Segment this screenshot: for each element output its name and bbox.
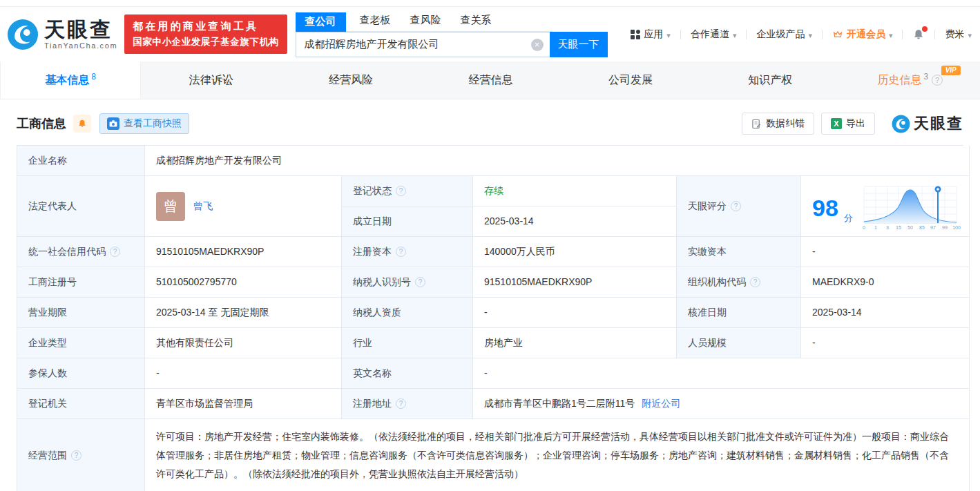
- field-value-establish-date: 2025-03-14: [473, 206, 677, 237]
- field-value-business-term: 2025-03-14 至 无固定期限: [145, 298, 342, 328]
- export-button[interactable]: 导出: [821, 113, 875, 135]
- logo-domain: TianYanCha.com: [44, 41, 117, 50]
- help-icon[interactable]: [731, 201, 741, 211]
- tab-basic-info[interactable]: 基本信息 8: [0, 61, 141, 99]
- search-button[interactable]: 天眼一下: [550, 32, 608, 57]
- search-input[interactable]: [296, 32, 550, 57]
- nav-apps-label: 应用: [644, 28, 663, 41]
- chevron-down-icon: [968, 29, 972, 40]
- clear-search-icon[interactable]: [531, 39, 544, 51]
- tab-intellectual-property[interactable]: 知识产权: [700, 61, 840, 99]
- tab-company-development[interactable]: 公司发展: [561, 61, 700, 99]
- site-header: 天眼查 TianYanCha.com 都在用的商业查询工具 国家中小企业发展子基…: [0, 7, 980, 61]
- nav-open-vip[interactable]: 开通会员: [832, 28, 893, 41]
- tab-legal-label: 法律诉讼: [189, 73, 233, 88]
- business-info-table: 企业名称 成都招辉房地产开发有限公司 法定代表人 曾 曾飞 登记状态 存续 天眼…: [17, 145, 963, 491]
- tianyancha-logo[interactable]: 天眼查 TianYanCha.com: [7, 19, 117, 50]
- tab-legal-proceedings[interactable]: 法律诉讼: [141, 61, 280, 99]
- help-icon[interactable]: [396, 398, 406, 409]
- top-divider: [0, 0, 980, 7]
- chevron-down-icon: [666, 29, 671, 40]
- slogan-line1: 都在用的商业查询工具: [133, 20, 278, 33]
- search-tab-relation[interactable]: 查关系: [461, 11, 492, 31]
- nav-apps[interactable]: 应用: [631, 28, 671, 41]
- tab-history-count: 3: [923, 72, 928, 81]
- vip-badge: VIP: [941, 66, 961, 75]
- slogan-line2: 国家中小企业发展子基金旗下机构: [133, 36, 278, 48]
- field-value-reg-status: 存续: [473, 176, 677, 206]
- section-actions: 数据纠错 导出 天眼查: [742, 113, 963, 135]
- search-tab-company[interactable]: 查公司: [296, 12, 346, 32]
- data-correction-button[interactable]: 数据纠错: [742, 113, 814, 135]
- slogan-banner: 都在用的商业查询工具 国家中小企业发展子基金旗下机构: [124, 15, 287, 54]
- chevron-down-icon: [808, 29, 812, 40]
- field-label-taxpayer-quality: 纳税人资质: [342, 298, 473, 328]
- help-icon[interactable]: [750, 277, 760, 287]
- nav-divider: [902, 30, 903, 39]
- section-title: 工商信息: [17, 115, 66, 132]
- field-label-uscc: 统一社会信用代码: [17, 237, 145, 267]
- svg-text:100: 100: [952, 225, 961, 230]
- correction-icon: [751, 119, 762, 129]
- field-value-company-type: 其他有限责任公司: [145, 328, 342, 358]
- export-button-label: 导出: [846, 117, 865, 130]
- correction-button-label: 数据纠错: [766, 117, 805, 130]
- field-label-score: 天眼评分: [677, 176, 801, 237]
- help-icon[interactable]: [932, 75, 943, 86]
- help-icon[interactable]: [396, 247, 406, 257]
- field-value-reg-authority: 青羊区市场监督管理局: [145, 389, 342, 419]
- score-distribution-chart: 0 1 3 15 50 85 97 99 100: [858, 184, 962, 231]
- field-label-legal-rep: 法定代表人: [17, 176, 145, 237]
- help-icon[interactable]: [110, 247, 120, 257]
- notifications-bell-icon[interactable]: [912, 28, 925, 41]
- notification-badge: [922, 26, 928, 32]
- nav-partner-channel[interactable]: 合作通道: [691, 28, 737, 41]
- svg-text:0: 0: [863, 225, 865, 230]
- tab-operating-info[interactable]: 经营信息: [421, 61, 560, 99]
- field-label-english-name: 英文名称: [342, 358, 473, 389]
- field-value-industry: 房地产业: [473, 328, 677, 358]
- watermark-logo-icon: [892, 115, 910, 133]
- field-label-paid-capital: 实缴资本: [677, 237, 801, 267]
- tab-basic-info-label: 基本信息: [45, 73, 89, 88]
- nav-enterprise-products[interactable]: 企业级产品: [756, 28, 812, 41]
- nearby-companies-link[interactable]: 附近公司: [642, 396, 680, 411]
- field-value-company-name: 成都招辉房地产开发有限公司: [145, 146, 970, 176]
- field-value-paid-capital: -: [801, 237, 970, 267]
- svg-text:85: 85: [919, 225, 925, 230]
- subscribe-bell-icon[interactable]: [73, 115, 91, 133]
- crown-icon: [832, 29, 843, 40]
- tab-history-info[interactable]: VIP 历史信息 3: [840, 61, 980, 99]
- score-value: 98: [812, 196, 838, 220]
- snapshot-button[interactable]: 查看工商快照: [99, 113, 189, 134]
- field-value-score: 98 分 0 1 3 15 50 85 97 99 1: [801, 176, 970, 237]
- field-value-org-code: MAEDKRX9-0: [801, 267, 970, 298]
- legal-rep-avatar[interactable]: 曾: [156, 192, 185, 221]
- field-value-taxpayer-quality: -: [473, 298, 677, 328]
- legal-rep-link[interactable]: 曾飞: [193, 199, 213, 213]
- field-label-approval-date: 核准日期: [677, 298, 801, 328]
- nav-enterprise-label: 企业级产品: [756, 28, 805, 41]
- search-tab-boss[interactable]: 查老板: [360, 11, 391, 31]
- nav-user-label: 费米: [945, 28, 964, 41]
- excel-icon: [831, 118, 842, 129]
- search-tab-risk[interactable]: 查风险: [410, 11, 441, 31]
- help-icon[interactable]: [415, 277, 425, 287]
- nav-user-account[interactable]: 费米: [945, 28, 972, 41]
- svg-text:15: 15: [896, 225, 901, 230]
- svg-text:50: 50: [907, 225, 913, 230]
- field-value-staff-size: -: [801, 328, 970, 358]
- score-unit: 分: [844, 211, 853, 225]
- field-value-reg-capital: 140000万人民币: [473, 237, 677, 267]
- nav-vip-label: 开通会员: [847, 28, 885, 41]
- chevron-down-icon: [889, 29, 893, 40]
- help-icon[interactable]: [71, 450, 81, 461]
- field-value-english-name: -: [473, 358, 970, 389]
- field-label-taxpayer-id: 纳税人识别号: [342, 267, 473, 298]
- tab-operating-risk[interactable]: 经营风险: [281, 61, 421, 99]
- nav-divider: [680, 30, 681, 39]
- field-value-taxpayer-id: 91510105MAEDKRX90P: [473, 267, 677, 298]
- svg-text:99: 99: [942, 225, 948, 230]
- snapshot-button-label: 查看工商快照: [124, 117, 182, 130]
- help-icon[interactable]: [396, 186, 406, 196]
